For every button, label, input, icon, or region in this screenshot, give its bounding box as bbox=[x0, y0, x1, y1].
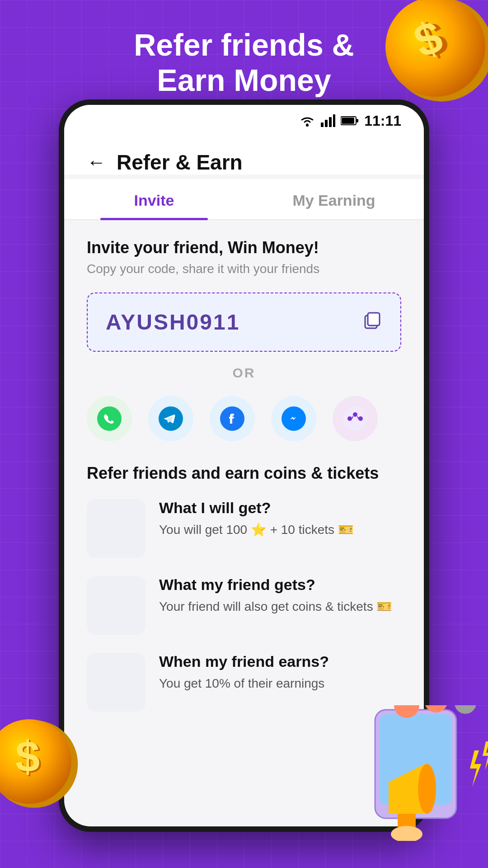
or-divider: OR bbox=[87, 365, 401, 381]
wifi-icon bbox=[299, 114, 315, 127]
invite-subtext: Copy your code, share it with your frien… bbox=[87, 262, 401, 276]
phone-screen: 11:11 ← Refer & Earn Invite My Earning I… bbox=[64, 105, 424, 826]
copy-icon[interactable] bbox=[362, 310, 382, 335]
svg-point-35 bbox=[353, 412, 357, 417]
svg-marker-17 bbox=[483, 741, 488, 770]
more-share-button[interactable] bbox=[333, 396, 378, 441]
tab-invite[interactable]: Invite bbox=[64, 179, 244, 219]
svg-rect-22 bbox=[329, 117, 332, 127]
svg-rect-20 bbox=[321, 123, 324, 127]
svg-rect-25 bbox=[342, 118, 354, 124]
signal-icon bbox=[321, 114, 335, 127]
reward-desc-3: You get 10% of their earnings bbox=[159, 674, 329, 693]
svg-rect-26 bbox=[357, 119, 358, 123]
reward-item-when-friend-earns: When my friend earns? You get 10% of the… bbox=[87, 653, 401, 712]
svg-rect-28 bbox=[368, 313, 380, 326]
status-time: 11:11 bbox=[364, 113, 401, 129]
reward-item-what-i-get: What I will get? You will get 100 ⭐ + 10… bbox=[87, 499, 401, 558]
reward-text-1: What I will get? You will get 100 ⭐ + 10… bbox=[159, 499, 354, 539]
svg-marker-16 bbox=[470, 750, 481, 787]
reward-icon-1 bbox=[87, 499, 145, 558]
battery-icon bbox=[341, 116, 359, 126]
reward-text-3: When my friend earns? You get 10% of the… bbox=[159, 653, 329, 693]
coin-top-right-decoration: $ $ bbox=[380, 0, 488, 108]
megaphone-decoration bbox=[371, 705, 488, 841]
coin-bottom-left-decoration: $ $ bbox=[0, 714, 81, 814]
invite-heading: Invite your friend, Win Money! bbox=[87, 238, 401, 257]
reward-icon-2 bbox=[87, 576, 145, 635]
tab-my-earning[interactable]: My Earning bbox=[244, 179, 424, 219]
svg-rect-21 bbox=[325, 120, 328, 127]
svg-point-33 bbox=[343, 406, 367, 431]
reward-title-3: When my friend earns? bbox=[159, 653, 329, 670]
status-icons: 11:11 bbox=[299, 113, 401, 129]
nav-header: ← Refer & Earn bbox=[64, 137, 424, 175]
svg-rect-23 bbox=[333, 114, 335, 127]
reward-title-2: What my friend gets? bbox=[159, 576, 392, 594]
reward-title-1: What I will get? bbox=[159, 499, 354, 517]
reward-icon-3 bbox=[87, 653, 145, 712]
share-buttons-row bbox=[87, 396, 401, 441]
tabs-container: Invite My Earning bbox=[64, 179, 424, 220]
svg-point-12 bbox=[455, 705, 476, 714]
svg-text:$: $ bbox=[15, 732, 40, 781]
reward-desc-2: Your friend will also get coins & ticket… bbox=[159, 597, 392, 616]
facebook-share-button[interactable] bbox=[210, 396, 255, 441]
svg-point-18 bbox=[391, 826, 422, 841]
reward-desc-1: You will get 100 ⭐ + 10 tickets 🎫 bbox=[159, 520, 354, 539]
svg-point-34 bbox=[347, 416, 352, 421]
messenger-share-button[interactable] bbox=[271, 396, 316, 441]
whatsapp-share-button[interactable] bbox=[87, 396, 132, 441]
telegram-share-button[interactable] bbox=[148, 396, 193, 441]
rewards-section-heading: Refer friends and earn coins & tickets bbox=[87, 464, 401, 483]
svg-point-19 bbox=[306, 124, 309, 127]
back-button[interactable]: ← bbox=[87, 151, 106, 173]
reward-text-2: What my friend gets? Your friend will al… bbox=[159, 576, 392, 616]
reward-item-what-friend-gets: What my friend gets? Your friend will al… bbox=[87, 576, 401, 635]
svg-point-36 bbox=[358, 416, 363, 421]
referral-code: AYUSH0911 bbox=[106, 310, 240, 335]
content-area: Invite your friend, Win Money! Copy your… bbox=[64, 220, 424, 748]
referral-code-box[interactable]: AYUSH0911 bbox=[87, 292, 401, 352]
status-bar: 11:11 bbox=[64, 105, 424, 137]
svg-point-15 bbox=[418, 764, 436, 814]
page-title: Refer & Earn bbox=[117, 150, 243, 175]
